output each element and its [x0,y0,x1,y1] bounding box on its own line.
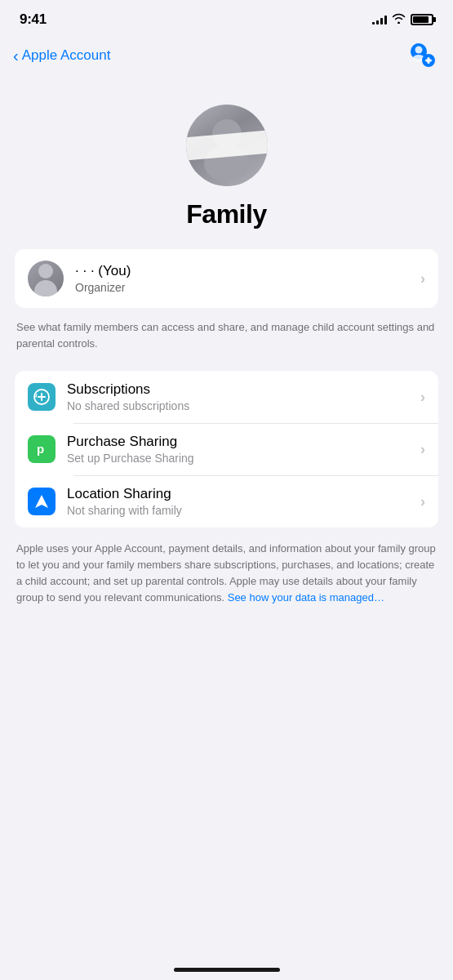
battery-icon [411,14,433,25]
status-icons [372,13,433,26]
settings-card: Subscriptions No shared subscriptions › … [15,371,438,528]
member-row[interactable]: · · · (You) Organizer › [15,249,438,308]
location-sharing-chevron: › [420,493,425,510]
status-time: 9:41 [20,11,47,28]
location-sharing-subtitle: Not sharing with family [67,504,420,517]
location-sharing-info: Location Sharing Not sharing with family [67,486,420,517]
purchase-sharing-title: Purchase Sharing [67,434,420,450]
back-label: Apple Account [22,47,111,64]
status-bar: 9:41 [0,0,453,34]
svg-point-1 [415,47,423,54]
subscriptions-subtitle: No shared subscriptions [67,399,420,412]
location-sharing-title: Location Sharing [67,486,420,502]
footer-text: Apple uses your Apple Account, payment d… [0,534,453,613]
member-card: · · · (You) Organizer › [15,249,438,308]
svg-rect-5 [425,60,432,62]
family-avatar-section: Family [0,88,453,249]
member-name: · · · (You) [75,263,420,279]
member-info: · · · (You) Organizer [75,263,420,294]
purchase-sharing-subtitle: Set up Purchase Sharing [67,452,420,465]
subscriptions-chevron: › [420,389,425,406]
purchase-sharing-info: Purchase Sharing Set up Purchase Sharing [67,434,420,465]
nav-bar: ‹ Apple Account [0,34,453,80]
add-family-button[interactable] [407,41,437,70]
data-managed-link[interactable]: See how your data is managed… [228,591,384,604]
chevron-right-icon: › [420,270,425,287]
wifi-icon [392,13,406,26]
location-sharing-icon [28,488,56,515]
member-avatar [28,261,64,296]
subscriptions-icon [28,383,56,411]
main-content: Family · · · (You) Organizer › See what … [0,80,453,646]
purchase-sharing-row[interactable]: p Purchase Sharing Set up Purchase Shari… [15,423,438,475]
svg-text:p: p [37,442,44,456]
subscriptions-row[interactable]: Subscriptions No shared subscriptions › [15,371,438,423]
member-role: Organizer [75,281,420,294]
chevron-left-icon: ‹ [13,47,19,64]
home-indicator [174,968,280,972]
subscriptions-title: Subscriptions [67,381,420,398]
purchase-sharing-chevron: › [420,441,425,458]
family-avatar [186,105,268,186]
signal-icon [372,15,387,24]
purchase-sharing-icon: p [28,435,56,463]
back-button[interactable]: ‹ Apple Account [13,47,110,64]
subscriptions-info: Subscriptions No shared subscriptions [67,381,420,412]
family-title: Family [186,199,266,229]
location-sharing-row[interactable]: Location Sharing Not sharing with family… [15,475,438,528]
member-description: See what family members can access and s… [0,314,453,364]
